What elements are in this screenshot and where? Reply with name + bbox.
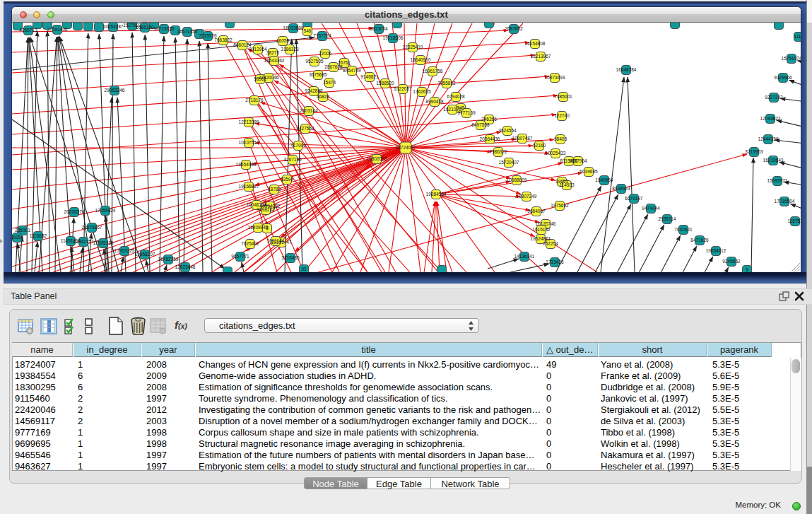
svg-text:9777169: 9777169 [457,110,476,115]
svg-text:12342757: 12342757 [73,239,94,244]
svg-text:546: 546 [304,28,312,33]
svg-text:2935114: 2935114 [659,216,676,221]
svg-text:6966160: 6966160 [136,25,154,30]
svg-text:8938923: 8938923 [612,186,630,191]
svg-text:16033809: 16033809 [283,25,304,30]
svg-text:9227342: 9227342 [765,95,783,100]
svg-text:417006: 417006 [290,143,306,148]
svg-text:16671355: 16671355 [177,29,198,34]
svg-text:9242845: 9242845 [305,88,323,93]
svg-text:3186323: 3186323 [281,47,299,52]
svg-text:16154808: 16154808 [525,41,546,46]
svg-text:252254: 252254 [543,241,558,246]
svg-text:19218506: 19218506 [383,35,404,40]
svg-text:114923: 114923 [559,182,575,187]
svg-text:16120746: 16120746 [536,221,556,226]
svg-text:12093822: 12093822 [760,116,781,121]
svg-text:2803144: 2803144 [300,108,318,113]
svg-text:12923448: 12923448 [175,264,196,269]
svg-text:3: 3 [266,226,269,230]
svg-text:6497568: 6497568 [471,122,490,127]
svg-text:8990448: 8990448 [425,99,444,104]
svg-text:1640954: 1640954 [595,177,613,182]
svg-text:19654985: 19654985 [236,162,257,167]
svg-text:63: 63 [301,267,307,271]
svg-text:16543362: 16543362 [264,58,285,63]
svg-text:9146821: 9146821 [360,74,379,79]
svg-text:1691144: 1691144 [267,238,285,243]
svg-text:3624554: 3624554 [498,128,517,133]
svg-text:19302093: 19302093 [367,156,387,161]
svg-text:9527505: 9527505 [305,59,324,64]
svg-text:53594: 53594 [281,177,293,182]
svg-text:12213967: 12213967 [531,54,551,59]
svg-text:38275: 38275 [266,50,279,55]
svg-text:19958107: 19958107 [135,252,155,257]
svg-text:18640910: 18640910 [411,57,431,62]
svg-text:10688609: 10688609 [507,177,527,182]
svg-text:7632621: 7632621 [674,227,693,232]
svg-text:8813054: 8813054 [370,26,388,31]
svg-text:16058: 16058 [276,38,289,43]
svg-text:6039695: 6039695 [579,169,598,174]
svg-text:746266: 746266 [481,117,497,122]
svg-text:16648784: 16648784 [616,67,637,72]
svg-text:17957225: 17957225 [114,248,135,253]
svg-text:2718176: 2718176 [245,98,264,103]
svg-text:9: 9 [746,267,748,272]
svg-text:12505135: 12505135 [93,240,114,245]
svg-text:9657771: 9657771 [231,254,249,259]
svg-text:12213389: 12213389 [239,119,259,124]
svg-text:39154: 39154 [11,235,23,240]
svg-text:10107554: 10107554 [239,140,259,145]
svg-text:15751074: 15751074 [782,56,802,61]
svg-text:8427552: 8427552 [296,126,314,131]
svg-text:12325419: 12325419 [403,45,423,49]
svg-text:9498222: 9498222 [257,207,275,212]
svg-text:20206576: 20206576 [64,209,85,214]
svg-text:122740: 122740 [554,113,570,118]
svg-text:46824: 46824 [317,94,329,99]
svg-text:1115682: 1115682 [30,233,47,238]
svg-text:23975867: 23975867 [82,225,102,230]
svg-text:1588520: 1588520 [376,81,394,86]
svg-text:22006: 22006 [319,51,331,56]
svg-text:20364436: 20364436 [480,136,500,141]
svg-text:116753: 116753 [787,218,803,223]
svg-text:1733426: 1733426 [546,259,564,264]
svg-text:7955812: 7955812 [437,81,456,86]
svg-text:16782759: 16782759 [158,257,179,262]
svg-text:345: 345 [457,105,465,110]
svg-text:18724007: 18724007 [396,145,416,150]
svg-text:6794028: 6794028 [447,94,465,99]
svg-text:9245652: 9245652 [722,259,741,264]
svg-text:3675685: 3675685 [309,72,327,77]
svg-text:19524861: 19524861 [531,236,551,241]
svg-text:15474: 15474 [323,80,336,85]
svg-text:15720407: 15720407 [499,160,519,165]
svg-text:9329966: 9329966 [774,75,792,80]
svg-text:17359924: 17359924 [95,208,116,213]
svg-text:10046718: 10046718 [247,202,267,207]
svg-text:235061: 235061 [15,228,30,233]
svg-text:8912954: 8912954 [249,47,267,52]
svg-text:2867608: 2867608 [324,64,343,69]
svg-text:3716485: 3716485 [281,255,300,260]
svg-text:19384554: 19384554 [426,192,447,197]
svg-text:7986322: 7986322 [489,149,507,154]
svg-text:7485001: 7485001 [554,94,572,99]
svg-text:7357224: 7357224 [313,33,331,38]
svg-text:16961758: 16961758 [423,69,443,74]
svg-text:5322037: 5322037 [394,86,412,91]
svg-text:12444159: 12444159 [758,136,779,141]
svg-text:62160: 62160 [533,143,546,148]
svg-text:8471626: 8471626 [690,238,709,243]
svg-text:19166827: 19166827 [239,184,259,189]
svg-text:76761: 76761 [338,60,351,65]
svg-text:16210643: 16210643 [763,158,784,163]
svg-text:29053346: 29053346 [105,88,125,93]
svg-text:98403: 98403 [554,136,567,141]
svg-text:10807487: 10807487 [512,136,533,141]
svg-text:98961: 98961 [254,76,266,81]
svg-text:1615132: 1615132 [532,227,551,232]
